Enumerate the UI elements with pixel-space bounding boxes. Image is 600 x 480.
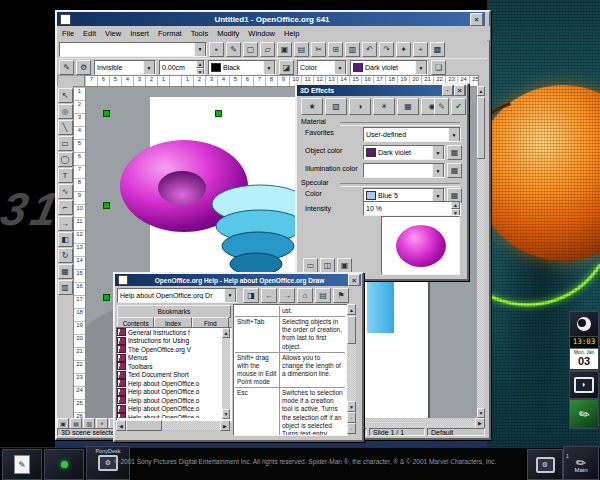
chevron-down-icon[interactable]: ▼ (143, 60, 155, 75)
zoom-tool-icon[interactable]: ◎ (58, 104, 73, 119)
fill-color-combobox[interactable]: Dark violet ▼ (350, 60, 428, 75)
stop-icon[interactable]: ▪ (209, 42, 224, 57)
fill-style-combobox[interactable]: Color ▼ (297, 60, 347, 75)
selection-handle[interactable] (215, 110, 222, 117)
chevron-down-icon[interactable]: ▼ (432, 145, 444, 160)
prev-topic-icon[interactable]: ◦ (347, 412, 356, 423)
scroll-down-icon[interactable]: ▼ (477, 408, 485, 418)
shading-icon[interactable]: ◑ (349, 98, 371, 115)
hide-pane-icon[interactable]: ◨ (243, 288, 259, 303)
chevron-down-icon[interactable]: ▼ (224, 288, 236, 303)
edit-file-icon[interactable]: ✎ (226, 42, 241, 57)
ellipse-tool-icon[interactable]: ◯ (58, 152, 73, 167)
color-picker-icon[interactable]: ▦ (447, 163, 462, 178)
line-tool-icon[interactable]: ╲ (58, 120, 73, 135)
curve-tool-icon[interactable]: ∿ (58, 184, 73, 199)
menu-item[interactable]: Window (248, 29, 275, 38)
object-color-combobox[interactable]: Dark violet ▼ (363, 145, 445, 160)
cut-icon[interactable]: ✂ (311, 42, 326, 57)
help-titlebar[interactable]: OpenOffice.org Help - Help about OpenOff… (115, 274, 361, 286)
selection-handle[interactable] (103, 202, 110, 209)
tree-item[interactable]: Help about OpenOffice.o (117, 379, 223, 388)
scroll-up-icon[interactable]: ▲ (222, 328, 230, 338)
menu-item[interactable]: View (105, 29, 121, 38)
dock-draw-launcher[interactable]: ✎ (569, 399, 599, 429)
edit-points-icon[interactable]: ✎ (59, 60, 74, 75)
shadow-icon[interactable]: ❏ (431, 60, 446, 75)
close-icon[interactable]: × (348, 274, 360, 286)
scroll-right-icon[interactable]: ▶ (475, 418, 485, 429)
scroll-down-icon[interactable]: ▼ (347, 401, 356, 412)
chevron-down-icon[interactable]: ▼ (263, 60, 275, 75)
illumination-icon[interactable]: ☀ (373, 98, 395, 115)
draw-titlebar[interactable]: Untitled1 - OpenOffice.org 641 × (57, 12, 485, 26)
illumination-combobox[interactable]: ▼ (363, 163, 445, 178)
scroll-up-icon[interactable]: ▲ (477, 86, 485, 96)
content-vscrollbar[interactable]: ▲ ▼ ◦ ◦ (347, 304, 356, 434)
spin-down-icon[interactable]: ▼ (196, 68, 204, 76)
back-icon[interactable]: ← (261, 288, 277, 303)
textures-icon[interactable]: ▦ (397, 98, 419, 115)
copy-icon[interactable]: ⊞ (328, 42, 343, 57)
intensity-spinner[interactable]: 10 % ▲ ▼ (363, 201, 461, 216)
scroll-up-icon[interactable]: ▲ (347, 304, 356, 315)
help-content[interactable]: ust. Shift+Tab Selecting objects in the … (233, 304, 348, 436)
assign-all-icon[interactable]: ✎ (434, 98, 449, 115)
pin-icon[interactable]: · (442, 85, 453, 96)
spin-down-icon[interactable]: ▼ (451, 209, 460, 217)
tree-item[interactable]: Help about OpenOffice.o (117, 396, 223, 405)
spin-up-icon[interactable]: ▲ (451, 201, 460, 209)
menu-item[interactable]: File (62, 29, 74, 38)
chevron-down-icon[interactable]: ▼ (432, 163, 444, 178)
navigator-icon[interactable]: ✦ (396, 42, 411, 57)
taskbar-pager[interactable]: 1 ✎ Main (563, 446, 599, 480)
objects3d-tool-icon[interactable]: ◧ (58, 232, 73, 247)
selection-handle[interactable] (103, 294, 110, 301)
menu-item[interactable]: Modify (217, 29, 239, 38)
contents-tree[interactable]: General Instructions f Instructions for … (117, 328, 223, 418)
zoom-icon[interactable]: + (413, 42, 428, 57)
select-tool-icon[interactable]: ↖ (58, 88, 73, 103)
undo-icon[interactable]: ↶ (362, 42, 377, 57)
drawing-view-icon[interactable]: ▣ (57, 418, 69, 429)
connector-tool-icon[interactable]: ⌐ (58, 200, 73, 215)
redo-icon[interactable]: ↷ (379, 42, 394, 57)
apply-icon[interactable]: ✔ (451, 98, 466, 115)
chevron-down-icon[interactable]: ▼ (448, 127, 460, 142)
tree-item[interactable]: Help about OpenOffice.o (117, 405, 223, 414)
text-tool-icon[interactable]: T (58, 168, 73, 183)
print-icon[interactable]: ▤ (315, 288, 331, 303)
menu-item[interactable]: Format (158, 29, 182, 38)
arrow-tool-icon[interactable]: → (58, 216, 73, 231)
close-button[interactable]: × (470, 13, 483, 26)
line-width-spinner[interactable]: 0.00cm ▲ ▼ (159, 60, 205, 75)
url-combobox[interactable]: ▼ (59, 42, 207, 57)
fill-color-icon[interactable]: ◪ (279, 60, 294, 75)
blue-rectangle-object[interactable] (367, 280, 394, 333)
preview-flat-icon[interactable]: ▭ (303, 258, 318, 273)
favorites-icon[interactable]: ★ (301, 98, 323, 115)
tree-item[interactable]: Instructions for Using (117, 337, 223, 346)
tree-item[interactable]: Text Document Short (117, 371, 223, 380)
selection-handle[interactable] (103, 110, 110, 117)
print-icon[interactable]: ▤ (294, 42, 309, 57)
geometry-icon[interactable]: ▧ (325, 98, 347, 115)
menu-item[interactable]: Edit (83, 29, 96, 38)
taskbar-status-launcher[interactable] (44, 449, 84, 480)
bookmark-icon[interactable]: ⚑ (333, 288, 349, 303)
tree-hscrollbar[interactable]: ◀ ▶ (116, 421, 230, 430)
line-color-combobox[interactable]: Black ▼ (208, 60, 276, 75)
tree-item[interactable]: Help about OpenOffice.o (117, 388, 223, 397)
spin-up-icon[interactable]: ▲ (196, 60, 204, 68)
vertical-scrollbar[interactable]: ▲ ▼ (477, 86, 485, 418)
home-icon[interactable]: ⌂ (297, 288, 313, 303)
rotate-tool-icon[interactable]: ↻ (58, 248, 73, 263)
outline-view-icon[interactable]: ▤ (70, 418, 82, 429)
rectangle-tool-icon[interactable]: ▭ (58, 136, 73, 151)
dock-swirl-launcher[interactable] (569, 311, 599, 337)
chevron-down-icon[interactable]: ▼ (334, 60, 346, 75)
favorites-combobox[interactable]: User-defined ▼ (363, 127, 461, 142)
new-document-icon[interactable]: ▢ (243, 42, 258, 57)
tree-item[interactable]: Menus (117, 354, 223, 363)
chevron-down-icon[interactable]: ▼ (415, 60, 427, 75)
